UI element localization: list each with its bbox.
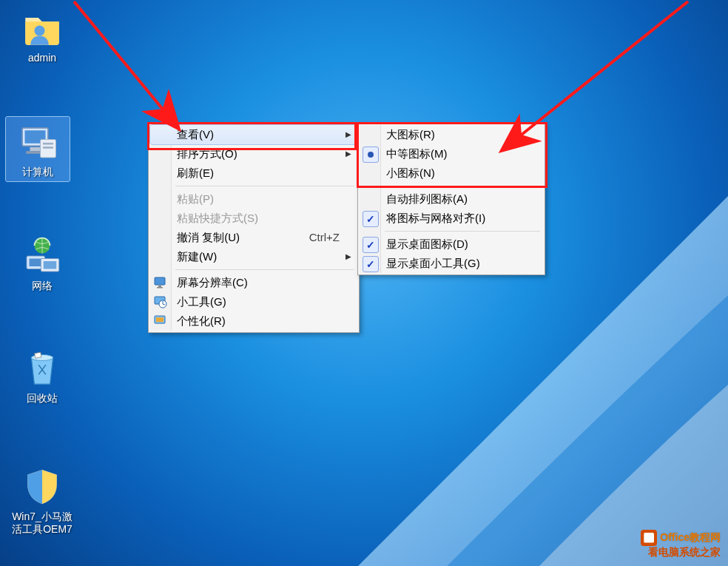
menu-item-gadgets[interactable]: 小工具(G) (150, 292, 357, 311)
watermark-line2: 看电脑系统之家 (641, 546, 721, 559)
menu-item-shortcut: Ctrl+Z (309, 228, 340, 247)
desktop-icon-network[interactable]: 网络 (10, 235, 74, 292)
menu-item-label: 显示桌面图标(D) (386, 237, 468, 250)
svg-rect-21 (156, 317, 164, 322)
menu-item-label: 查看(V) (177, 128, 214, 141)
submenu-arrow-icon: ▶ (346, 144, 351, 164)
menu-item-label: 小图标(N) (386, 166, 435, 179)
menu-item-paste-shortcut: 粘贴快捷方式(S) (150, 209, 357, 228)
gadgets-icon (153, 294, 168, 309)
menu-item-label: 撤消 复制(U) (177, 231, 240, 243)
svg-line-22 (74, 1, 178, 127)
svg-rect-16 (158, 286, 161, 287)
check-icon: ✓ (363, 237, 379, 253)
personalize-icon (153, 314, 168, 329)
radio-selected-icon (363, 146, 379, 163)
desktop-icon-computer[interactable]: 计算机 (6, 117, 70, 181)
svg-rect-12 (44, 261, 57, 269)
menu-item-sort-by[interactable]: 排序方式(O) ▶ (150, 144, 357, 164)
desktop-icon-label: 计算机 (6, 166, 70, 178)
submenu-item-small-icons[interactable]: 小图标(N) (360, 164, 543, 183)
menu-item-label: 粘贴快捷方式(S) (177, 212, 258, 224)
menu-item-paste: 粘贴(P) (150, 189, 357, 209)
menu-item-label: 显示桌面小工具(G) (386, 257, 480, 269)
desktop-icon-label: 网络 (10, 280, 74, 292)
menu-separator (385, 231, 540, 232)
menu-item-label: 排序方式(O) (177, 147, 237, 160)
screen-resolution-icon (153, 275, 168, 290)
svg-rect-17 (157, 287, 163, 289)
menu-item-label: 大图标(R) (386, 128, 435, 141)
svg-point-0 (35, 26, 45, 36)
desktop-icon-label: admin (10, 52, 74, 64)
submenu-item-medium-icons[interactable]: 中等图标(M) (360, 144, 543, 164)
svg-rect-7 (43, 146, 53, 149)
desktop-icon-admin[interactable]: admin (10, 7, 74, 64)
check-icon: ✓ (363, 211, 379, 227)
svg-rect-10 (30, 259, 43, 267)
watermark-line1: Office教程网 (660, 530, 721, 542)
menu-item-label: 刷新(E) (177, 166, 214, 179)
menu-item-label: 屏幕分辨率(C) (177, 276, 248, 289)
menu-item-personalize[interactable]: 个性化(R) (150, 311, 357, 331)
user-folder-icon (21, 7, 63, 49)
network-icon (21, 235, 63, 277)
menu-item-label: 小工具(G) (177, 295, 226, 308)
menu-item-screen-resolution[interactable]: 屏幕分辨率(C) (150, 273, 357, 292)
watermark: Office教程网 看电脑系统之家 (641, 530, 721, 559)
desktop-context-menu: 查看(V) ▶ 排序方式(O) ▶ 刷新(E) 粘贴(P) 粘贴快捷方式(S) … (148, 123, 360, 333)
submenu-item-align-to-grid[interactable]: ✓ 将图标与网格对齐(I) (360, 209, 543, 228)
submenu-arrow-icon: ▶ (346, 247, 351, 266)
submenu-item-large-icons[interactable]: 大图标(R) (360, 125, 543, 144)
recycle-bin-icon (21, 348, 63, 389)
submenu-item-show-gadgets[interactable]: ✓ 显示桌面小工具(G) (360, 254, 543, 273)
menu-item-refresh[interactable]: 刷新(E) (150, 164, 357, 183)
menu-item-undo-copy[interactable]: 撤消 复制(U) Ctrl+Z (150, 228, 357, 247)
desktop-icon-label: Win7_小马激活工具OEM7 (7, 511, 77, 536)
svg-rect-3 (30, 147, 41, 151)
svg-rect-14 (35, 352, 41, 358)
desktop-icon-activator[interactable]: Win7_小马激活工具OEM7 (7, 466, 77, 536)
menu-item-label: 中等图标(M) (386, 147, 448, 160)
svg-rect-15 (155, 277, 165, 285)
submenu-arrow-icon: ▶ (346, 125, 351, 144)
check-icon: ✓ (363, 256, 379, 272)
menu-item-label: 粘贴(P) (177, 192, 214, 205)
shield-icon (21, 466, 63, 508)
computer-icon (17, 121, 58, 163)
menu-item-label: 将图标与网格对齐(I) (386, 212, 485, 224)
menu-item-label: 个性化(R) (177, 314, 226, 327)
svg-point-13 (31, 354, 53, 360)
desktop-background[interactable]: admin 计算机 (0, 0, 728, 566)
submenu-item-show-desktop-icons[interactable]: ✓ 显示桌面图标(D) (360, 235, 543, 254)
menu-separator (175, 186, 354, 186)
menu-item-new[interactable]: 新建(W) ▶ (150, 247, 357, 266)
menu-item-view[interactable]: 查看(V) ▶ (150, 125, 357, 144)
menu-separator (175, 269, 354, 270)
menu-item-label: 自动排列图标(A) (386, 192, 468, 205)
svg-rect-6 (43, 143, 53, 145)
office-logo-icon (641, 530, 657, 546)
menu-item-label: 新建(W) (177, 250, 217, 263)
view-submenu: 大图标(R) 中等图标(M) 小图标(N) 自动排列图标(A) ✓ 将图标与网格… (357, 123, 545, 275)
submenu-item-auto-arrange[interactable]: 自动排列图标(A) (360, 189, 543, 209)
desktop-icon-label: 回收站 (10, 392, 74, 405)
desktop-icon-recycle-bin[interactable]: 回收站 (10, 348, 74, 405)
menu-separator (385, 186, 540, 186)
